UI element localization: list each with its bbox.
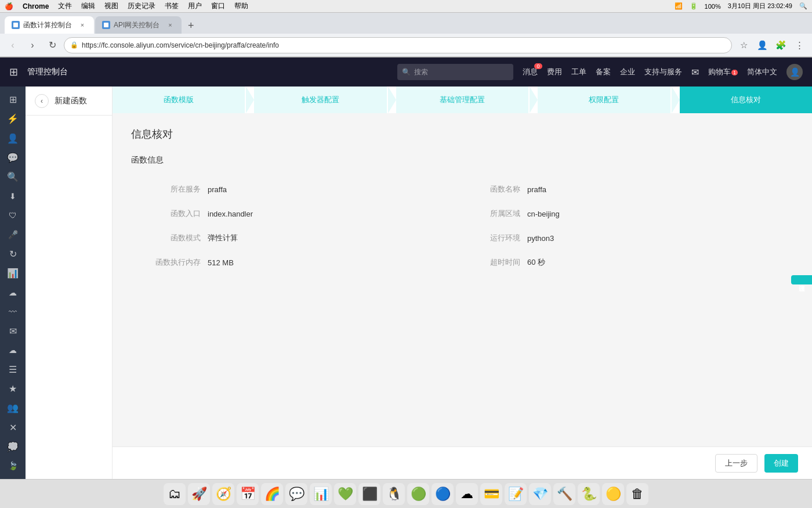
step-trigger[interactable]: 触发器配置	[254, 87, 386, 113]
tab-functions[interactable]: 函数计算控制台 ×	[5, 16, 94, 34]
datetime: 3月10日 周日 23:02:49	[728, 2, 792, 10]
menu-history[interactable]: 历史记录	[128, 1, 155, 11]
dock-word[interactable]: 📝	[505, 483, 527, 505]
header-search[interactable]: 🔍	[397, 64, 513, 80]
dock-calendar[interactable]: 📅	[237, 483, 259, 505]
sidebar-icon-message[interactable]: ✉	[2, 322, 23, 339]
dock-finder[interactable]: 🗂	[164, 483, 186, 505]
mail-icon[interactable]: ✉	[691, 67, 699, 78]
sidebar-icon-chart[interactable]: 📊	[2, 265, 23, 282]
dock-sublime[interactable]: 🟡	[602, 483, 624, 505]
cost-item[interactable]: 费用	[547, 67, 562, 77]
address-bar[interactable]: 🔒 https://fc.console.aliyun.com/service/…	[64, 37, 732, 53]
app-name[interactable]: Chrome	[23, 2, 49, 10]
dock-wechat2[interactable]: 🟢	[407, 483, 429, 505]
step-template[interactable]: 函数模版	[113, 87, 245, 113]
search-input[interactable]	[414, 68, 495, 76]
forward-button[interactable]: ›	[24, 37, 41, 53]
tab-close-api[interactable]: ×	[165, 20, 175, 30]
refresh-button[interactable]: ↻	[44, 37, 60, 53]
back-nav-button[interactable]: ‹	[35, 94, 49, 108]
sidebar-icon-list[interactable]: ☰	[2, 361, 23, 378]
browser-chrome: 函数计算控制台 × API网关控制台 × + ‹ › ↻ 🔒 https://f…	[0, 13, 812, 57]
sidebar-icon-search[interactable]: 🔍	[2, 168, 23, 185]
sidebar-icon-shield[interactable]: 🛡	[2, 207, 23, 224]
value-region: cn-beijing	[527, 210, 560, 218]
filing-item[interactable]: 备案	[596, 67, 611, 77]
dock-penguin[interactable]: 🐧	[383, 483, 405, 505]
enterprise-item[interactable]: 企业	[620, 67, 635, 77]
dock-messages[interactable]: 💬	[285, 483, 307, 505]
dock-sketch[interactable]: 💎	[529, 483, 551, 505]
menu-help[interactable]: 帮助	[234, 1, 248, 11]
dock-alipay[interactable]: 💳	[480, 483, 502, 505]
menu-edit[interactable]: 编辑	[81, 1, 95, 11]
grid-menu-icon[interactable]: ⊞	[9, 66, 18, 78]
menu-bookmarks[interactable]: 书签	[165, 1, 179, 11]
sidebar-icon-comment[interactable]: 💭	[2, 438, 23, 455]
notification-item[interactable]: 消息 0	[523, 67, 538, 77]
prev-step-button[interactable]: 上一步	[715, 454, 757, 473]
label-timeout: 超时时间	[474, 257, 520, 268]
left-nav-panel: ‹ 新建函数	[26, 87, 113, 479]
dock-wechat[interactable]: 💚	[334, 483, 356, 505]
sidebar-icon-function[interactable]: ⚡	[2, 110, 23, 127]
ticket-item[interactable]: 工单	[571, 67, 586, 77]
menu-user[interactable]: 用户	[188, 1, 202, 11]
dock-pycharm[interactable]: 🐍	[578, 483, 600, 505]
tab-api[interactable]: API网关控制台 ×	[95, 16, 182, 34]
sidebar-icon-grid[interactable]: ⊞	[2, 91, 23, 108]
menu-view[interactable]: 视图	[104, 1, 118, 11]
sidebar-icon-cloud-down[interactable]: ⬇	[2, 188, 23, 204]
dock-numbers[interactable]: 📊	[310, 483, 332, 505]
dock-terminal[interactable]: ⬛	[358, 483, 380, 505]
sidebar-icon-people[interactable]: 👥	[2, 399, 23, 416]
value-timeout: 60 秒	[527, 257, 545, 268]
lang-selector[interactable]: 简体中文	[747, 67, 777, 77]
sidebar-icon-cloud-up[interactable]: ☁	[2, 284, 23, 301]
menu-dots-button[interactable]: ⋮	[791, 37, 807, 53]
sidebar-icon-star[interactable]: ★	[2, 380, 23, 397]
step-basic[interactable]: 基础管理配置	[396, 87, 528, 113]
search-mac-icon[interactable]: 🔍	[799, 2, 807, 10]
dock-photos[interactable]: 🌈	[261, 483, 283, 505]
create-button[interactable]: 创建	[764, 454, 798, 473]
extension-button[interactable]: 🧩	[773, 37, 789, 53]
dock-trash[interactable]: 🗑	[626, 483, 648, 505]
support-item[interactable]: 支持与服务	[644, 67, 682, 77]
sidebar-icon-cloud2[interactable]: ☁	[2, 342, 23, 359]
menu-window[interactable]: 窗口	[211, 1, 225, 11]
dock-safari[interactable]: 🧭	[212, 483, 234, 505]
info-row-mode: 函数模式 弹性计算	[154, 226, 474, 250]
step-basic-label: 基础管理配置	[440, 95, 485, 105]
step-trigger-label: 触发器配置	[302, 95, 339, 105]
dock-xcode[interactable]: 🔨	[553, 483, 575, 505]
apple-menu[interactable]: 🍎	[5, 2, 13, 10]
value-service: praffa	[208, 185, 227, 194]
sidebar-icon-chat[interactable]: 💬	[2, 149, 23, 166]
bookmark-button[interactable]: ☆	[735, 37, 752, 53]
new-tab-button[interactable]: +	[183, 17, 199, 34]
dock-cloud[interactable]: ☁	[456, 483, 478, 505]
label-mode: 函数模式	[154, 233, 201, 243]
dock-chrome[interactable]: 🔵	[432, 483, 454, 505]
cart-item[interactable]: 购物车1	[708, 67, 738, 77]
step-permission[interactable]: 权限配置	[538, 87, 670, 113]
tab-close-functions[interactable]: ×	[78, 20, 87, 30]
sidebar-icon-leaf[interactable]: 🍃	[2, 457, 23, 474]
dock-launchpad[interactable]: 🚀	[188, 483, 210, 505]
step-template-label: 函数模版	[164, 95, 194, 105]
sidebar-icon-x[interactable]: ✕	[2, 419, 23, 435]
step-review[interactable]: 信息核对	[680, 87, 812, 113]
float-sidebar[interactable]: 咨询建议	[791, 275, 812, 284]
sidebar-icon-refresh[interactable]: ↻	[2, 246, 23, 262]
user-avatar[interactable]: 👤	[786, 64, 803, 80]
label-entry: 函数入口	[154, 208, 201, 219]
menu-file[interactable]: 文件	[58, 1, 72, 11]
back-button[interactable]: ‹	[5, 37, 21, 53]
sidebar-icon-wave[interactable]: 〰	[2, 303, 23, 320]
sidebar-icon-user[interactable]: 👤	[2, 129, 23, 146]
svg-rect-0	[13, 23, 18, 27]
profile-button[interactable]: 👤	[754, 37, 770, 53]
sidebar-icon-mic[interactable]: 🎤	[2, 226, 23, 243]
